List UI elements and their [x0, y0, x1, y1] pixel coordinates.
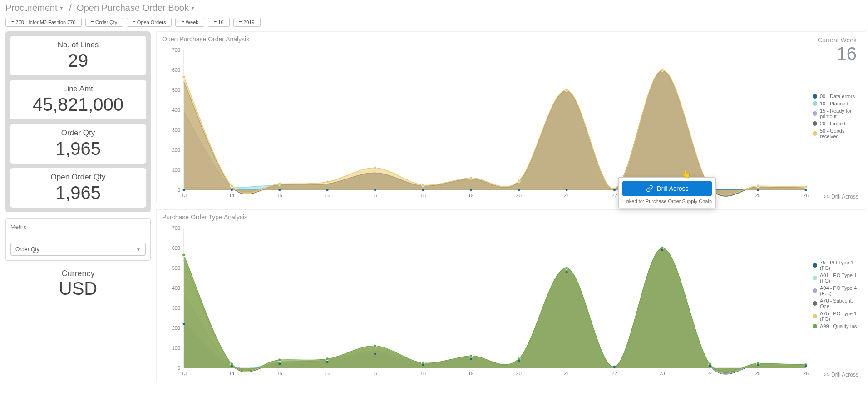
kpi-value: 1,965 — [14, 139, 143, 159]
svg-point-46 — [566, 189, 568, 191]
legend-item[interactable]: 00 - Data errors — [813, 94, 860, 99]
svg-point-25 — [230, 184, 233, 188]
drill-across-link[interactable]: >> Drill Across — [824, 372, 858, 378]
drill-across-link[interactable]: >> Drill Across — [824, 194, 858, 200]
drill-linked-text: Linked to: Purchase Order Supply Chain — [622, 199, 712, 204]
filter-chip[interactable]: = 2019 — [233, 18, 261, 27]
svg-text:21: 21 — [564, 371, 569, 376]
svg-point-31 — [517, 179, 520, 183]
filter-chip[interactable]: = Week — [175, 18, 204, 27]
legend-swatch — [813, 301, 817, 306]
kpi-container: No. of Lines29Line Amt45,821,000Order Qt… — [5, 31, 151, 212]
legend-swatch — [813, 324, 817, 328]
chart-po-type-analysis: Purchase Order Type Analysis 01002003004… — [156, 209, 865, 381]
svg-point-39 — [231, 189, 233, 191]
svg-point-92 — [278, 363, 281, 365]
svg-point-101 — [709, 365, 711, 367]
svg-point-28 — [374, 166, 377, 169]
kpi-card: Line Amt45,821,000 — [10, 80, 146, 119]
legend-swatch — [813, 314, 817, 318]
legend-swatch — [813, 111, 817, 116]
legend-item[interactable]: A70 - Subcont. Ope. — [813, 298, 860, 309]
legend-item[interactable]: A01 - PO Type 1 (FG) — [813, 273, 860, 283]
kpi-card: No. of Lines29 — [10, 36, 146, 75]
kpi-value: 1,965 — [14, 183, 143, 203]
legend-item[interactable]: 50 - Goods received — [813, 128, 860, 139]
svg-point-50 — [757, 189, 759, 191]
svg-text:600: 600 — [172, 67, 180, 73]
sidebar: No. of Lines29Line Amt45,821,000Order Qt… — [5, 31, 151, 381]
link-icon — [646, 185, 653, 192]
svg-point-42 — [374, 189, 376, 191]
legend-item[interactable]: 20 - Firmed — [813, 121, 860, 126]
svg-point-24 — [182, 75, 186, 79]
current-week-badge: Current Week 16 — [818, 36, 857, 64]
svg-point-84 — [565, 267, 568, 270]
svg-text:24: 24 — [707, 371, 713, 376]
svg-point-79 — [326, 357, 329, 361]
svg-text:13: 13 — [181, 193, 187, 198]
legend-swatch — [813, 101, 817, 106]
legend-swatch — [813, 276, 817, 280]
metric-dropdown[interactable]: Order Qty ▼ — [10, 243, 146, 256]
svg-text:19: 19 — [468, 371, 473, 376]
chart-legend: 75 - PO Type 1 (FG)A01 - PO Type 1 (FG)A… — [813, 260, 860, 331]
svg-text:400: 400 — [172, 107, 180, 113]
drill-across-button[interactable]: Drill Across — [622, 181, 712, 196]
svg-point-97 — [518, 360, 520, 362]
svg-text:0: 0 — [178, 365, 180, 371]
legend-item[interactable]: A04 - PO Type 4 (Foc) — [813, 285, 860, 296]
svg-point-98 — [566, 271, 568, 273]
svg-point-91 — [231, 365, 233, 367]
svg-text:16: 16 — [325, 193, 330, 198]
drill-across-popup: Drill Across Linked to: Purchase Order S… — [618, 177, 716, 208]
svg-point-76 — [182, 253, 186, 257]
svg-text:26: 26 — [803, 371, 809, 376]
filter-chip[interactable]: = Order Qty — [85, 18, 123, 27]
legend-label: 15 - Ready for printout — [820, 108, 860, 119]
chart-title: Open Purchase Order Analysis — [162, 35, 249, 43]
kpi-value: 29 — [14, 50, 143, 71]
legend-item[interactable]: 75 - PO Type 1 (FG) — [813, 260, 860, 271]
legend-item[interactable]: A99 - Quality Ins — [813, 323, 860, 329]
chart-title: Purchase Order Type Analysis — [162, 213, 247, 221]
svg-text:25: 25 — [755, 193, 760, 198]
legend-item[interactable]: 10 - Planned — [813, 101, 860, 106]
svg-point-93 — [326, 361, 329, 363]
svg-point-90 — [183, 323, 185, 325]
filter-chip[interactable]: = Open Orders — [127, 18, 172, 27]
svg-point-41 — [326, 189, 329, 191]
svg-text:20: 20 — [516, 371, 522, 376]
kpi-label: Line Amt — [14, 84, 143, 94]
legend-swatch — [813, 94, 817, 99]
chart-open-po-analysis: Open Purchase Order Analysis Current Wee… — [156, 31, 865, 203]
breadcrumb: Procurement▼ / Open Purchase Order Book▼ — [0, 0, 868, 16]
breadcrumb-item-2[interactable]: Open Purchase Order Book▼ — [77, 3, 195, 13]
legend-label: 50 - Goods received — [820, 128, 860, 139]
filter-chip[interactable]: = 16 — [208, 18, 230, 27]
svg-point-34 — [661, 69, 664, 72]
svg-point-102 — [757, 364, 759, 366]
svg-point-100 — [661, 249, 663, 251]
breadcrumb-item-1[interactable]: Procurement▼ — [5, 3, 64, 13]
svg-text:16: 16 — [325, 371, 330, 376]
chart-legend: 00 - Data errors10 - Planned15 - Ready f… — [813, 94, 860, 141]
kpi-card: Order Qty1,965 — [10, 124, 146, 164]
kpi-label: No. of Lines — [14, 40, 143, 50]
svg-point-36 — [756, 184, 760, 188]
svg-text:21: 21 — [564, 193, 569, 198]
svg-point-80 — [374, 344, 377, 347]
filter-chip[interactable]: = 770 - Infor M3 Fashion 770 — [5, 18, 82, 27]
svg-point-30 — [469, 176, 473, 179]
svg-point-27 — [326, 180, 329, 184]
svg-point-32 — [565, 89, 568, 92]
svg-point-26 — [278, 182, 281, 185]
svg-text:18: 18 — [420, 371, 426, 376]
legend-item[interactable]: 15 - Ready for printout — [813, 108, 860, 119]
legend-item[interactable]: A75 - PO Type 1 (FG) — [813, 311, 860, 322]
metric-header: Metric — [10, 223, 146, 230]
svg-text:700: 700 — [172, 47, 180, 53]
legend-label: A70 - Subcont. Ope. — [820, 298, 860, 309]
svg-text:15: 15 — [277, 371, 282, 376]
legend-swatch — [813, 288, 817, 293]
